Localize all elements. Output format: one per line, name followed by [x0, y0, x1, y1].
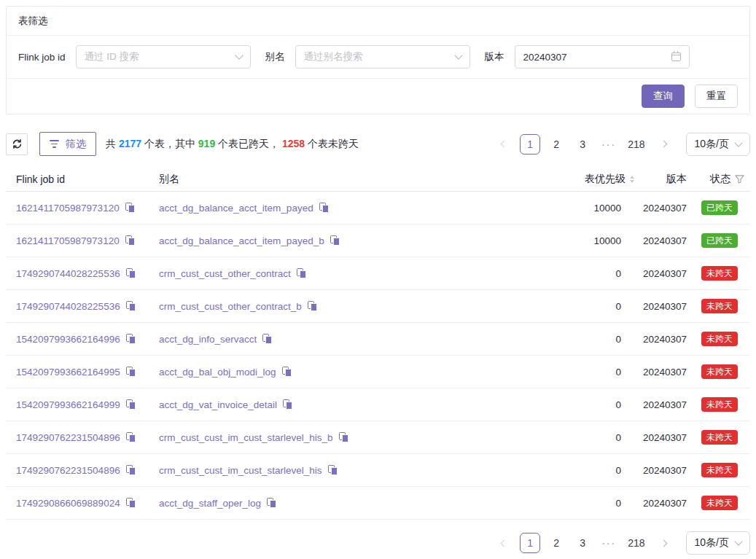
- alias-field: 别名 通过别名搜索: [265, 45, 470, 69]
- page-button-1[interactable]: 1: [520, 134, 540, 155]
- version-value: 20240307: [621, 334, 687, 345]
- toolbar: 筛选 共 2177 个表，其中 919 个表已跨天， 1258 个表未跨天 1 …: [6, 132, 750, 156]
- job-id-link[interactable]: 1749290866069889024: [16, 498, 120, 509]
- status-badge: 未跨天: [701, 299, 738, 313]
- header-priority: 表优先级: [541, 173, 621, 186]
- copy-icon[interactable]: [283, 399, 292, 410]
- page-button-2[interactable]: 2: [546, 533, 566, 553]
- copy-icon[interactable]: [126, 432, 136, 442]
- chevron-down-icon: [235, 51, 243, 59]
- status-badge: 未跨天: [701, 364, 738, 379]
- job-id-link[interactable]: 1542097993662164996: [16, 334, 120, 345]
- next-page-button[interactable]: [654, 533, 674, 553]
- page-size-label: 10条/页: [695, 138, 729, 151]
- job-id-link[interactable]: 1621411705987973120: [16, 235, 120, 246]
- priority-value: 0: [541, 498, 621, 509]
- prev-page-button[interactable]: [494, 134, 514, 155]
- copy-icon[interactable]: [126, 268, 136, 278]
- copy-icon[interactable]: [328, 465, 338, 475]
- filter-card-title: 表筛选: [18, 15, 48, 26]
- priority-value: 10000: [541, 235, 621, 246]
- table-row: 1621411705987973120 acct_dg_balance_acct…: [6, 224, 750, 257]
- page-ellipsis[interactable]: ···: [599, 134, 619, 155]
- alias-select[interactable]: 通过别名搜索: [295, 45, 470, 69]
- page-ellipsis[interactable]: ···: [599, 533, 619, 553]
- copy-icon[interactable]: [339, 432, 348, 442]
- alias-link[interactable]: crm_cust_cust_im_cust_starlevel_his: [159, 465, 322, 476]
- flink-job-id-select[interactable]: 通过 ID 搜索: [76, 45, 251, 69]
- priority-value: 0: [541, 268, 621, 279]
- filter-card-header: 表筛选: [7, 7, 749, 36]
- copy-icon[interactable]: [267, 498, 276, 508]
- summary-crossed-count: 919: [198, 138, 215, 149]
- next-page-button[interactable]: [654, 134, 674, 155]
- header-flink-job-id: Flink job id: [6, 173, 159, 185]
- copy-icon[interactable]: [126, 334, 136, 344]
- alias-link[interactable]: crm_cust_cust_other_contract: [159, 268, 291, 279]
- table-row: 1542097993662164995 acct_dg_bal_obj_modi…: [6, 356, 750, 388]
- copy-icon[interactable]: [126, 301, 136, 311]
- search-button[interactable]: 查询: [642, 85, 685, 108]
- filter-button-label: 筛选: [66, 138, 86, 151]
- page-button-2[interactable]: 2: [546, 134, 566, 155]
- copy-icon[interactable]: [125, 235, 135, 246]
- filter-button[interactable]: 筛选: [39, 132, 96, 156]
- alias-link[interactable]: crm_cust_cust_other_contract_b: [159, 301, 302, 312]
- job-id-link[interactable]: 1621411705987973120: [16, 203, 120, 214]
- job-id-link[interactable]: 1542097993662164995: [16, 367, 120, 378]
- summary-seg3: 个表已跨天，: [215, 138, 282, 149]
- copy-icon[interactable]: [125, 203, 135, 213]
- reset-button[interactable]: 重置: [695, 85, 738, 108]
- copy-icon[interactable]: [330, 235, 340, 246]
- priority-value: 0: [541, 432, 621, 443]
- status-badge: 未跨天: [701, 266, 738, 281]
- alias-link[interactable]: acct_dg_staff_oper_log: [159, 498, 261, 509]
- copy-icon[interactable]: [126, 367, 136, 377]
- copy-icon[interactable]: [319, 203, 329, 213]
- page-button-218[interactable]: 218: [625, 533, 647, 553]
- table-row: 1749290744028225536 crm_cust_cust_other_…: [6, 257, 750, 290]
- copy-icon[interactable]: [282, 367, 292, 377]
- page-button-1[interactable]: 1: [520, 533, 540, 553]
- header-version: 版本: [621, 173, 687, 186]
- summary-uncrossed-count: 1258: [282, 138, 305, 149]
- page-button-3[interactable]: 3: [572, 533, 593, 553]
- status-badge: 未跨天: [701, 496, 738, 510]
- version-date-input[interactable]: 20240307: [515, 45, 690, 69]
- version-value: 20240307: [621, 465, 687, 476]
- summary-text: 共 2177 个表，其中 919 个表已跨天， 1258 个表未跨天: [106, 138, 359, 151]
- copy-icon[interactable]: [126, 498, 136, 508]
- page-size-select[interactable]: 10条/页: [686, 531, 750, 555]
- flink-job-id-field: Flink job id 通过 ID 搜索: [18, 45, 251, 69]
- job-id-link[interactable]: 1749290762231504896: [16, 465, 120, 476]
- job-id-link[interactable]: 1749290744028225536: [16, 268, 120, 279]
- version-value: 20240307: [621, 268, 687, 279]
- header-status-label: 状态: [710, 173, 730, 186]
- page-button-3[interactable]: 3: [572, 134, 593, 155]
- summary-seg1: 共: [106, 138, 119, 149]
- alias-link[interactable]: acct_dg_bal_obj_modi_log: [159, 367, 276, 378]
- copy-icon[interactable]: [126, 399, 136, 410]
- job-id-link[interactable]: 1749290762231504896: [16, 432, 120, 443]
- copy-icon[interactable]: [126, 465, 136, 475]
- job-id-link[interactable]: 1542097993662164999: [16, 399, 120, 410]
- copy-icon[interactable]: [308, 301, 317, 311]
- version-value: 20240307: [621, 301, 687, 312]
- status-badge: 已跨天: [701, 200, 738, 215]
- alias-link[interactable]: acct_dg_vat_invoice_detail: [159, 399, 277, 410]
- toolbar-left: 筛选 共 2177 个表，其中 919 个表已跨天， 1258 个表未跨天: [6, 132, 359, 156]
- refresh-button[interactable]: [6, 133, 28, 155]
- alias-link[interactable]: acct_dg_balance_acct_item_payed: [159, 203, 313, 214]
- filter-funnel-icon[interactable]: [735, 175, 744, 184]
- copy-icon[interactable]: [297, 268, 306, 278]
- alias-link[interactable]: acct_dg_balance_acct_item_payed_b: [159, 235, 324, 246]
- prev-page-button[interactable]: [494, 533, 514, 553]
- alias-link[interactable]: crm_cust_cust_im_cust_starlevel_his_b: [159, 432, 333, 443]
- alias-link[interactable]: acct_dg_info_servacct: [159, 334, 257, 345]
- version-value: 20240307: [621, 203, 687, 214]
- page-size-select[interactable]: 10条/页: [686, 133, 750, 156]
- copy-icon[interactable]: [262, 334, 272, 344]
- page-button-218[interactable]: 218: [625, 134, 647, 155]
- status-badge: 未跨天: [701, 430, 738, 445]
- job-id-link[interactable]: 1749290744028225536: [16, 301, 120, 312]
